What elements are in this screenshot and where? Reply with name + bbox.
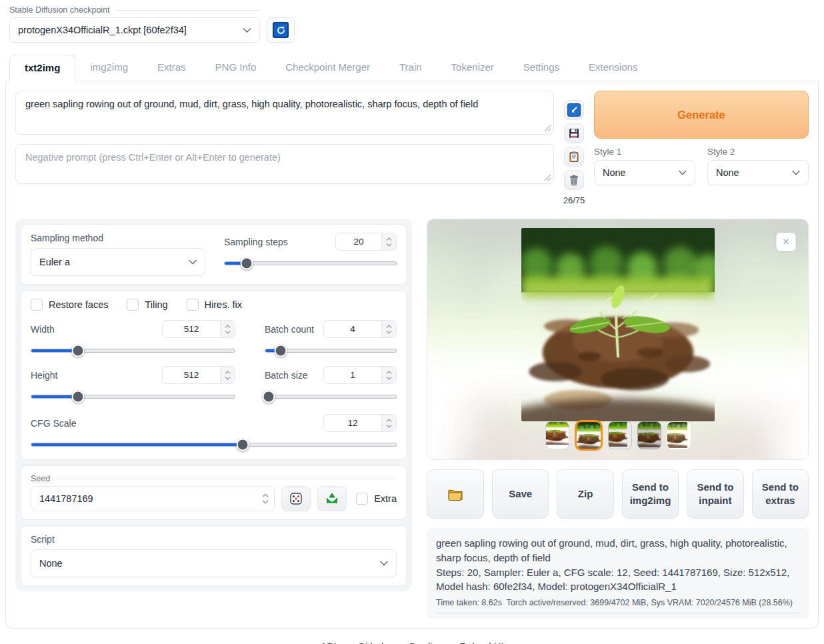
batch-size-slider[interactable] xyxy=(265,390,397,403)
clipboard-icon xyxy=(568,151,580,163)
spinner-arrows[interactable] xyxy=(381,367,396,383)
batch-count-slider[interactable] xyxy=(265,344,397,357)
clear-prompt-button[interactable] xyxy=(564,170,584,190)
slider-thumb[interactable] xyxy=(240,257,253,270)
folder-icon xyxy=(447,487,463,501)
spinner-arrows[interactable] xyxy=(220,321,235,337)
extra-seed-checkbox[interactable]: Extra xyxy=(356,493,397,505)
recycle-icon xyxy=(325,491,339,506)
prompt-input[interactable]: green sapling rowing out of ground, mud,… xyxy=(15,91,554,135)
height-slider[interactable] xyxy=(31,390,235,403)
cfg-scale-value: 12 xyxy=(324,415,381,431)
hires-fix-checkbox[interactable]: Hires. fix xyxy=(187,299,242,311)
send-to-img2img-button[interactable]: Send to img2img xyxy=(622,469,679,519)
script-dropdown[interactable]: None xyxy=(31,549,397,577)
batch-size-value: 1 xyxy=(324,367,381,383)
checkbox-box[interactable] xyxy=(356,493,368,505)
thumbnail-3[interactable] xyxy=(608,421,632,449)
generated-image[interactable] xyxy=(521,228,715,421)
paste-arrow-icon xyxy=(567,103,581,117)
slider-thumb[interactable] xyxy=(262,391,275,403)
send-extras-label: Send to extras xyxy=(758,481,803,508)
checkbox-box[interactable] xyxy=(127,299,139,311)
footer-link-reload-ui[interactable]: Reload UI xyxy=(459,641,504,644)
spinner-arrows[interactable] xyxy=(381,321,396,337)
tab-img2img[interactable]: img2img xyxy=(75,55,143,81)
height-input[interactable]: 512 xyxy=(162,366,235,384)
seed-input[interactable]: 1441787169 xyxy=(31,486,275,511)
thumbnail-5[interactable] xyxy=(667,421,691,449)
sampling-method-dropdown[interactable]: Euler a xyxy=(31,248,205,276)
random-seed-button[interactable] xyxy=(281,486,311,511)
footer-link-api[interactable]: API xyxy=(320,641,336,644)
refresh-checkpoint-button[interactable] xyxy=(267,17,295,43)
style1-label: Style 1 xyxy=(594,147,695,157)
generate-button[interactable]: Generate xyxy=(594,91,809,139)
close-gallery-button[interactable]: × xyxy=(776,233,796,251)
tab-extras[interactable]: Extras xyxy=(143,55,201,81)
save-style-button[interactable] xyxy=(564,123,584,143)
sampling-method-label: Sampling method xyxy=(31,233,205,243)
zip-button[interactable]: Zip xyxy=(557,469,613,519)
tab-txt2img[interactable]: txt2img xyxy=(9,55,75,81)
save-button[interactable]: Save xyxy=(492,469,549,519)
width-input[interactable]: 512 xyxy=(162,320,235,338)
spinner-arrows[interactable] xyxy=(381,415,396,431)
reuse-seed-button[interactable] xyxy=(317,486,347,511)
chevron-down-icon xyxy=(189,259,197,265)
send-inpaint-label: Send to inpaint xyxy=(693,481,737,508)
style2-dropdown[interactable]: None xyxy=(707,160,809,185)
save-label: Save xyxy=(509,487,532,501)
batch-size-input[interactable]: 1 xyxy=(323,366,397,384)
footer-link-github[interactable]: Github xyxy=(357,641,387,644)
tiling-checkbox[interactable]: Tiling xyxy=(127,299,167,311)
output-actions: Save Zip Send to img2img Send to inpaint… xyxy=(427,469,809,519)
cfg-scale-slider[interactable] xyxy=(31,438,397,451)
style1-dropdown[interactable]: None xyxy=(594,160,695,185)
slider-thumb[interactable] xyxy=(71,391,84,403)
send-to-extras-button[interactable]: Send to extras xyxy=(752,469,809,519)
open-folder-button[interactable] xyxy=(427,469,484,519)
script-value: None xyxy=(39,558,380,569)
tab-extensions[interactable]: Extensions xyxy=(574,55,652,81)
tab-train[interactable]: Train xyxy=(385,55,437,81)
checkbox-box[interactable] xyxy=(31,299,43,311)
seed-label: Seed xyxy=(31,474,397,483)
resize-handle-icon[interactable] xyxy=(544,174,551,181)
batch-count-label: Batch count xyxy=(265,324,314,335)
sampling-steps-value: 20 xyxy=(336,233,381,250)
paste-parameters-button[interactable] xyxy=(564,100,584,120)
footer-link-gradio[interactable]: Gradio xyxy=(408,641,438,644)
spinner-arrows[interactable] xyxy=(257,487,274,511)
tab-checkpoint-merger[interactable]: Checkpoint Merger xyxy=(271,55,385,81)
resize-handle-icon[interactable] xyxy=(544,125,551,132)
negative-prompt-input[interactable]: Negative prompt (press Ctrl+Enter or Alt… xyxy=(15,144,554,184)
checkpoint-dropdown[interactable]: protogenX34OfficialR_1.ckpt [60fe2f34] xyxy=(9,17,260,43)
tab-settings[interactable]: Settings xyxy=(509,55,574,81)
tab-png-info[interactable]: PNG Info xyxy=(201,55,271,81)
sampling-steps-input[interactable]: 20 xyxy=(335,233,397,251)
thumbnail-4[interactable] xyxy=(637,421,661,449)
width-label: Width xyxy=(31,324,55,335)
width-slider[interactable] xyxy=(31,344,235,357)
sampling-steps-slider[interactable] xyxy=(224,257,397,270)
generate-label: Generate xyxy=(677,109,725,121)
chevron-down-icon xyxy=(380,561,388,566)
thumbnail-1[interactable] xyxy=(545,421,569,449)
tab-tokenizer[interactable]: Tokenizer xyxy=(437,55,509,81)
checkbox-box[interactable] xyxy=(187,299,199,311)
cfg-scale-input[interactable]: 12 xyxy=(323,414,397,432)
spinner-arrows[interactable] xyxy=(381,233,396,250)
slider-thumb[interactable] xyxy=(71,345,84,357)
close-icon: × xyxy=(783,235,789,249)
send-to-inpaint-button[interactable]: Send to inpaint xyxy=(687,469,743,519)
apply-style-button[interactable] xyxy=(564,147,584,167)
thumbnail-2-selected[interactable] xyxy=(575,420,603,451)
extra-label: Extra xyxy=(374,493,397,504)
spinner-arrows[interactable] xyxy=(220,367,235,383)
restore-faces-checkbox[interactable]: Restore faces xyxy=(31,299,108,311)
slider-thumb[interactable] xyxy=(274,345,287,357)
batch-count-input[interactable]: 4 xyxy=(323,320,397,338)
slider-thumb[interactable] xyxy=(237,439,249,451)
checkpoint-bar: Stable Diffusion checkpoint protogenX34O… xyxy=(0,0,824,43)
